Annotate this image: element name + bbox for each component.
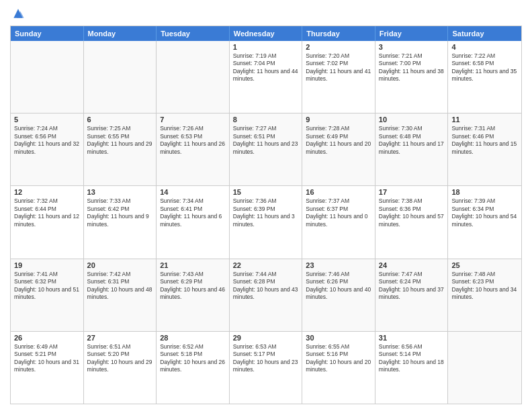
day-of-week-sunday: Sunday (11, 26, 84, 41)
cell-info-text: Sunrise: 7:31 AM Sunset: 6:46 PM Dayligh… (451, 125, 518, 156)
day-number: 14 (160, 188, 226, 196)
day-number: 7 (160, 116, 226, 124)
cell-info-text: Sunrise: 7:48 AM Sunset: 6:23 PM Dayligh… (451, 271, 518, 302)
calendar-cell-day-27: 27Sunrise: 6:51 AM Sunset: 5:20 PM Dayli… (84, 332, 157, 404)
day-number: 15 (233, 188, 299, 196)
calendar-cell-day-18: 18Sunrise: 7:39 AM Sunset: 6:34 PM Dayli… (448, 186, 521, 258)
day-number: 4 (451, 43, 518, 51)
calendar-cell-day-3: 3Sunrise: 7:21 AM Sunset: 7:00 PM Daylig… (375, 41, 449, 113)
cell-info-text: Sunrise: 7:25 AM Sunset: 6:55 PM Dayligh… (87, 125, 153, 156)
cell-info-text: Sunrise: 7:26 AM Sunset: 6:53 PM Dayligh… (160, 125, 226, 156)
logo (10, 7, 25, 20)
calendar-cell-empty (11, 41, 84, 113)
calendar-cell-empty (157, 41, 230, 113)
logo-icon (11, 7, 25, 20)
day-number: 31 (379, 334, 445, 342)
cell-info-text: Sunrise: 7:43 AM Sunset: 6:29 PM Dayligh… (160, 271, 226, 302)
calendar-cell-day-11: 11Sunrise: 7:31 AM Sunset: 6:46 PM Dayli… (448, 113, 521, 185)
day-of-week-saturday: Saturday (448, 26, 521, 41)
cell-info-text: Sunrise: 7:24 AM Sunset: 6:56 PM Dayligh… (14, 125, 80, 156)
calendar: SundayMondayTuesdayWednesdayThursdayFrid… (10, 26, 522, 404)
day-number: 27 (87, 334, 153, 342)
day-number: 8 (233, 116, 299, 124)
calendar-cell-day-2: 2Sunrise: 7:20 AM Sunset: 7:02 PM Daylig… (302, 41, 375, 113)
day-number: 21 (160, 261, 226, 269)
calendar-cell-day-25: 25Sunrise: 7:48 AM Sunset: 6:23 PM Dayli… (448, 259, 521, 331)
calendar-body: 1Sunrise: 7:19 AM Sunset: 7:04 PM Daylig… (11, 41, 521, 404)
calendar-cell-day-20: 20Sunrise: 7:42 AM Sunset: 6:31 PM Dayli… (84, 259, 157, 331)
cell-info-text: Sunrise: 6:53 AM Sunset: 5:17 PM Dayligh… (233, 343, 299, 374)
cell-info-text: Sunrise: 6:56 AM Sunset: 5:14 PM Dayligh… (379, 343, 445, 374)
calendar-row-0: 1Sunrise: 7:19 AM Sunset: 7:04 PM Daylig… (11, 41, 521, 113)
calendar-cell-empty (84, 41, 157, 113)
day-of-week-monday: Monday (84, 26, 157, 41)
cell-info-text: Sunrise: 7:36 AM Sunset: 6:39 PM Dayligh… (233, 197, 299, 228)
cell-info-text: Sunrise: 6:49 AM Sunset: 5:21 PM Dayligh… (14, 343, 80, 374)
calendar-cell-day-5: 5Sunrise: 7:24 AM Sunset: 6:56 PM Daylig… (11, 113, 84, 185)
day-number: 16 (306, 188, 371, 196)
cell-info-text: Sunrise: 7:30 AM Sunset: 6:48 PM Dayligh… (379, 125, 445, 156)
day-number: 3 (379, 43, 445, 51)
calendar-cell-day-7: 7Sunrise: 7:26 AM Sunset: 6:53 PM Daylig… (157, 113, 230, 185)
day-number: 30 (306, 334, 371, 342)
calendar-cell-day-17: 17Sunrise: 7:38 AM Sunset: 6:36 PM Dayli… (375, 186, 449, 258)
cell-info-text: Sunrise: 7:22 AM Sunset: 6:58 PM Dayligh… (451, 52, 518, 83)
calendar-header: SundayMondayTuesdayWednesdayThursdayFrid… (11, 26, 521, 41)
day-number: 5 (14, 116, 80, 124)
day-number: 11 (451, 116, 518, 124)
cell-info-text: Sunrise: 7:38 AM Sunset: 6:36 PM Dayligh… (379, 197, 445, 228)
calendar-cell-day-8: 8Sunrise: 7:27 AM Sunset: 6:51 PM Daylig… (230, 113, 303, 185)
day-number: 10 (379, 116, 445, 124)
cell-info-text: Sunrise: 7:42 AM Sunset: 6:31 PM Dayligh… (87, 271, 153, 302)
calendar-row-2: 12Sunrise: 7:32 AM Sunset: 6:44 PM Dayli… (11, 185, 521, 258)
day-number: 24 (379, 261, 445, 269)
cell-info-text: Sunrise: 6:51 AM Sunset: 5:20 PM Dayligh… (87, 343, 153, 374)
calendar-row-1: 5Sunrise: 7:24 AM Sunset: 6:56 PM Daylig… (11, 113, 521, 185)
calendar-cell-day-26: 26Sunrise: 6:49 AM Sunset: 5:21 PM Dayli… (11, 332, 84, 404)
day-of-week-friday: Friday (375, 26, 449, 41)
calendar-cell-day-12: 12Sunrise: 7:32 AM Sunset: 6:44 PM Dayli… (11, 186, 84, 258)
cell-info-text: Sunrise: 7:47 AM Sunset: 6:24 PM Dayligh… (379, 271, 445, 302)
calendar-cell-day-22: 22Sunrise: 7:44 AM Sunset: 6:28 PM Dayli… (230, 259, 303, 331)
calendar-cell-empty (448, 332, 521, 404)
calendar-cell-day-9: 9Sunrise: 7:28 AM Sunset: 6:49 PM Daylig… (302, 113, 375, 185)
day-number: 6 (87, 116, 153, 124)
day-number: 12 (14, 188, 80, 196)
page: SundayMondayTuesdayWednesdayThursdayFrid… (0, 0, 532, 411)
calendar-cell-day-28: 28Sunrise: 6:52 AM Sunset: 5:18 PM Dayli… (157, 332, 230, 404)
calendar-cell-day-16: 16Sunrise: 7:37 AM Sunset: 6:37 PM Dayli… (302, 186, 375, 258)
day-number: 19 (14, 261, 80, 269)
day-number: 23 (306, 261, 371, 269)
day-number: 20 (87, 261, 153, 269)
calendar-cell-day-13: 13Sunrise: 7:33 AM Sunset: 6:42 PM Dayli… (84, 186, 157, 258)
calendar-row-4: 26Sunrise: 6:49 AM Sunset: 5:21 PM Dayli… (11, 331, 521, 404)
cell-info-text: Sunrise: 7:39 AM Sunset: 6:34 PM Dayligh… (451, 197, 518, 228)
calendar-cell-day-19: 19Sunrise: 7:41 AM Sunset: 6:32 PM Dayli… (11, 259, 84, 331)
calendar-cell-day-23: 23Sunrise: 7:46 AM Sunset: 6:26 PM Dayli… (302, 259, 375, 331)
cell-info-text: Sunrise: 7:41 AM Sunset: 6:32 PM Dayligh… (14, 271, 80, 302)
cell-info-text: Sunrise: 7:33 AM Sunset: 6:42 PM Dayligh… (87, 197, 153, 228)
cell-info-text: Sunrise: 7:19 AM Sunset: 7:04 PM Dayligh… (233, 52, 299, 83)
calendar-cell-day-6: 6Sunrise: 7:25 AM Sunset: 6:55 PM Daylig… (84, 113, 157, 185)
day-number: 26 (14, 334, 80, 342)
day-of-week-tuesday: Tuesday (157, 26, 230, 41)
day-number: 25 (451, 261, 518, 269)
day-of-week-thursday: Thursday (302, 26, 375, 41)
cell-info-text: Sunrise: 7:37 AM Sunset: 6:37 PM Dayligh… (306, 197, 371, 228)
cell-info-text: Sunrise: 7:34 AM Sunset: 6:41 PM Dayligh… (160, 197, 226, 228)
day-number: 29 (233, 334, 299, 342)
cell-info-text: Sunrise: 6:55 AM Sunset: 5:16 PM Dayligh… (306, 343, 371, 374)
cell-info-text: Sunrise: 7:20 AM Sunset: 7:02 PM Dayligh… (306, 52, 371, 83)
calendar-cell-day-29: 29Sunrise: 6:53 AM Sunset: 5:17 PM Dayli… (230, 332, 303, 404)
calendar-cell-day-21: 21Sunrise: 7:43 AM Sunset: 6:29 PM Dayli… (157, 259, 230, 331)
cell-info-text: Sunrise: 7:32 AM Sunset: 6:44 PM Dayligh… (14, 197, 80, 228)
header (10, 7, 522, 20)
cell-info-text: Sunrise: 6:52 AM Sunset: 5:18 PM Dayligh… (160, 343, 226, 374)
cell-info-text: Sunrise: 7:28 AM Sunset: 6:49 PM Dayligh… (306, 125, 371, 156)
day-number: 1 (233, 43, 299, 51)
day-number: 28 (160, 334, 226, 342)
calendar-cell-day-24: 24Sunrise: 7:47 AM Sunset: 6:24 PM Dayli… (375, 259, 449, 331)
calendar-cell-day-31: 31Sunrise: 6:56 AM Sunset: 5:14 PM Dayli… (375, 332, 449, 404)
day-number: 13 (87, 188, 153, 196)
calendar-cell-day-1: 1Sunrise: 7:19 AM Sunset: 7:04 PM Daylig… (230, 41, 303, 113)
